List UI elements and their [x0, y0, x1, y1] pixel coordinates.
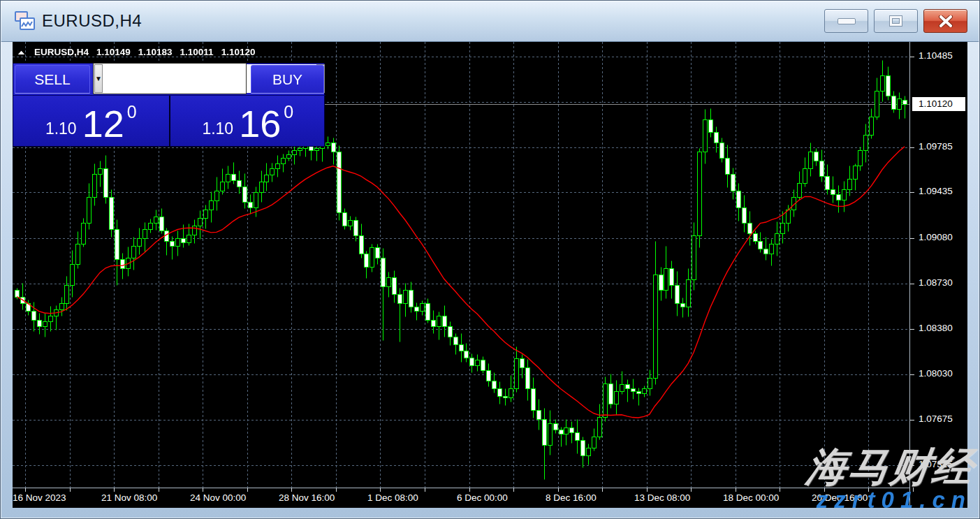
close-icon — [938, 15, 953, 27]
window-titlebar[interactable]: EURUSD,H4 — [0, 0, 980, 42]
sell-price-display[interactable]: 1.10 12 0 — [13, 96, 169, 147]
time-axis-label: 1 Dec 08:00 — [367, 492, 418, 503]
buy-price-prefix: 1.10 — [202, 121, 233, 137]
sell-button[interactable]: SELL — [15, 65, 90, 94]
time-axis-label: 21 Nov 08:00 — [101, 492, 157, 503]
axis-separator-horizontal — [13, 488, 909, 488]
time-axis-label: 6 Dec 00:00 — [457, 492, 508, 503]
price-axis-label: 1.07675 — [919, 414, 953, 424]
ohlc-symbol: EURUSD,H4 — [34, 47, 89, 57]
sell-price-big-digits: 12 — [82, 108, 124, 139]
price-axis-label: 1.08030 — [919, 368, 953, 379]
chart-window: ▲ EURUSD,H4 1.10149 1.10183 1.10011 1.10… — [13, 42, 967, 508]
watermark-url: zzrt01.cn — [817, 487, 972, 513]
price-axis-tick — [910, 147, 914, 148]
price-axis-label: 1.09785 — [919, 141, 953, 152]
time-axis-label: 24 Nov 00:00 — [190, 492, 246, 503]
buy-button[interactable]: BUY — [251, 65, 324, 94]
restore-button[interactable] — [874, 9, 918, 33]
volume-decrease-button[interactable]: ▼ — [94, 64, 103, 93]
price-axis-tick — [910, 284, 914, 284]
minimize-icon — [838, 18, 856, 24]
ohlc-open: 1.10149 — [96, 47, 131, 57]
sell-price-prefix: 1.10 — [45, 121, 77, 137]
time-axis-label: 8 Dec 16:00 — [546, 492, 597, 503]
price-axis-label: 1.10485 — [919, 50, 953, 61]
buy-price-pipette: 0 — [284, 103, 293, 121]
volume-spinner: ▼ ▲ — [94, 64, 246, 94]
time-axis-label: 18 Dec 00:00 — [723, 492, 779, 503]
window-title: EURUSD,H4 — [42, 11, 142, 31]
sell-price-pipette: 0 — [127, 103, 137, 121]
ohlc-close: 1.10120 — [221, 47, 256, 57]
buy-price-big-digits: 16 — [239, 108, 281, 139]
axis-separator-vertical — [909, 42, 910, 508]
price-axis-label: 1.08380 — [919, 323, 953, 333]
one-click-trading-panel: SELL ▼ ▲ BUY 1.10 12 0 1.10 16 0 — [13, 63, 325, 147]
time-axis-label: 16 Nov 2023 — [13, 492, 66, 503]
chart-window-icon — [15, 11, 36, 31]
price-axis-tick — [910, 329, 914, 330]
price-axis-label: 1.09080 — [919, 232, 953, 242]
mini-chart-glyph — [21, 20, 34, 29]
minimize-button[interactable] — [824, 9, 868, 33]
price-axis-tick — [910, 192, 914, 193]
price-axis-label: 1.08730 — [919, 277, 953, 288]
ohlc-info-bar: ▲ EURUSD,H4 1.10149 1.10183 1.10011 1.10… — [18, 47, 263, 57]
ohlc-low: 1.10011 — [180, 47, 214, 57]
restore-icon — [890, 16, 902, 26]
buy-price-display[interactable]: 1.10 16 0 — [170, 96, 326, 147]
price-axis-label: 1.09435 — [919, 186, 953, 196]
price-axis-tick — [910, 374, 914, 375]
price-axis[interactable]: 1.104851.097851.094351.090801.087301.083… — [910, 42, 967, 488]
collapse-panel-arrow-icon[interactable]: ▲ — [15, 49, 27, 56]
price-axis-tick — [910, 57, 914, 57]
close-button[interactable] — [923, 9, 967, 33]
time-axis-label: 13 Dec 08:00 — [634, 492, 690, 503]
ohlc-high: 1.10183 — [138, 47, 173, 57]
time-axis-label: 28 Nov 16:00 — [279, 492, 335, 503]
price-axis-tick — [910, 238, 914, 239]
current-price-tag: 1.10120 — [912, 97, 965, 111]
price-axis-tick — [910, 420, 914, 421]
